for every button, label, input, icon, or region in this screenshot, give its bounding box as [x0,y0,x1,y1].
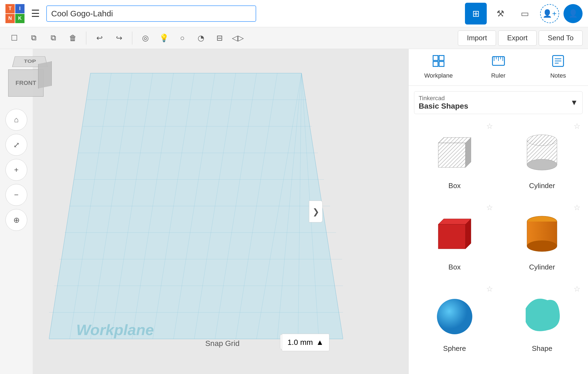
workplane-tab-icon [432,54,445,70]
3d-view-button[interactable]: ⊕ [5,209,27,231]
svg-marker-54 [465,219,471,249]
separator-1 [86,32,86,45]
shape-tool-2-icon: ◔ [198,33,204,42]
left-panel: TOP FRONT ⌂ ⤢ + − ⊕ [0,49,33,374]
separator-2 [132,32,132,45]
fullscreen-button[interactable]: ⤢ [5,134,27,156]
undo-button[interactable]: ↩ [91,29,108,47]
layers-button[interactable]: ▭ [514,3,536,24]
import-button[interactable]: Import [458,30,496,46]
cylinder-orange-label: Cylinder [529,263,555,271]
canvas-area[interactable]: Workplane Edit Grid Snap Grid 1.0 mm ▲ ❯ [33,49,408,374]
sendto-button[interactable]: Send To [539,30,583,46]
favorite-star-box-red[interactable]: ☆ [486,203,493,212]
teal-shape-label: Shape [532,344,552,353]
shape-3d-box-grey [427,124,482,178]
mirror-button[interactable]: ◁▷ [229,29,247,47]
shape-tool-2[interactable]: ◔ [192,29,210,47]
svg-rect-31 [439,62,444,66]
ruler-tab-label: Ruler [491,72,506,79]
shapes-source-dropdown[interactable]: Tinkercad Basic Shapes ▼ [414,91,583,114]
add-user-icon: 👤+ [543,9,556,18]
snap-grid-value: 1.0 mm [287,338,313,347]
delete-button[interactable]: 🗑 [64,29,82,47]
notes-tab-label: Notes [550,72,566,79]
duplicate-icon: ⧉ [51,33,56,42]
zoom-out-icon: − [14,191,19,199]
grid-view-button[interactable]: ⊞ [465,3,487,24]
shapes-category-title: Basic Shapes [419,102,468,111]
home-button[interactable]: ⌂ [5,109,27,131]
notes-tab-icon [552,54,565,70]
project-name-input[interactable] [46,5,256,22]
svg-marker-45 [465,137,471,167]
shape-card-cylinder-orange[interactable]: ☆ [502,201,583,276]
view-button[interactable]: ◎ [137,29,154,47]
shapes-grid: ☆ [414,119,583,357]
svg-marker-44 [438,137,471,143]
shape-card-box-grey[interactable]: ☆ [414,119,495,194]
copy-icon: ⧉ [31,33,36,42]
snap-grid-arrow: ▲ [316,338,324,347]
zoom-in-button[interactable]: + [5,159,27,181]
shape-tool-1[interactable]: ○ [174,29,191,47]
svg-rect-29 [439,56,444,60]
shape-card-sphere-blue[interactable]: ☆ Sphere [414,282,495,357]
box-grey-label: Box [448,182,461,190]
hamburger-button[interactable]: ☰ [29,6,42,22]
snap-grid-select[interactable]: 1.0 mm ▲ [282,334,329,351]
favorite-star-cylinder-grey[interactable]: ☆ [574,122,580,131]
snap-grid-label: Snap Grid [205,339,240,348]
new-button[interactable]: ☐ [5,29,23,47]
view-tools: ◎ 💡 ○ ◔ ⊟ ◁▷ [137,29,247,47]
align-button[interactable]: ⊟ [211,29,228,47]
favorite-star-box-grey[interactable]: ☆ [486,122,493,131]
export-button[interactable]: Export [498,30,537,46]
svg-point-60 [437,299,472,334]
logo-k: K [15,14,24,23]
svg-point-59 [527,241,557,252]
zoom-out-button[interactable]: − [5,184,27,206]
favorite-star-cylinder-orange[interactable]: ☆ [574,203,580,212]
main-area: TOP FRONT ⌂ ⤢ + − ⊕ [0,49,588,374]
topbar: T I N K ☰ ⊞ ⚒ ▭ 👤+ 👤 [0,0,588,27]
shape-3d-sphere-blue [427,287,482,341]
light-button[interactable]: 💡 [155,29,173,47]
copy-button[interactable]: ⧉ [25,29,42,47]
redo-button[interactable]: ↪ [110,29,128,47]
shape-3d-box-red [427,205,482,260]
logo: T I N K [5,4,24,23]
3d-view-icon: ⊕ [13,216,20,225]
shape-card-box-red[interactable]: ☆ Box [414,201,495,276]
right-panel-header: Workplane Ruler [409,49,588,86]
cylinder-grey-label: Cylinder [529,182,555,190]
zoom-in-icon: + [14,165,19,174]
svg-marker-53 [438,219,471,224]
tools-button[interactable]: ⚒ [489,3,511,24]
ruler-tab-icon [492,54,505,70]
light-icon: 💡 [159,33,169,42]
fullscreen-icon: ⤢ [13,140,20,149]
svg-rect-52 [438,224,465,249]
shape-card-cylinder-grey[interactable]: ☆ [502,119,583,194]
view-icon: ◎ [142,33,149,42]
shapes-section: Tinkercad Basic Shapes ▼ ☆ [409,86,588,374]
home-icon: ⌂ [14,115,19,124]
tab-ruler[interactable]: Ruler [468,49,528,85]
duplicate-button[interactable]: ⧉ [45,29,62,47]
toolbar: ☐ ⧉ ⧉ 🗑 ↩ ↪ ◎ 💡 ○ ◔ ⊟ ◁▷ Import [0,27,588,49]
cube-right-face [38,61,52,88]
logo-t: T [5,4,15,13]
logo-i: I [15,4,24,13]
svg-rect-43 [438,143,465,167]
svg-rect-28 [433,56,438,60]
collapse-toggle[interactable]: ❯ [309,201,323,222]
tab-workplane[interactable]: Workplane [409,49,468,85]
favorite-star-teal[interactable]: ☆ [574,284,580,293]
add-user-button[interactable]: 👤+ [540,4,559,23]
shape-card-teal[interactable]: ☆ Shape [502,282,583,357]
avatar-icon: 👤 [568,9,578,18]
favorite-star-sphere-blue[interactable]: ☆ [486,284,493,293]
workplane-tab-label: Workplane [424,72,453,79]
tab-notes[interactable]: Notes [528,49,588,85]
